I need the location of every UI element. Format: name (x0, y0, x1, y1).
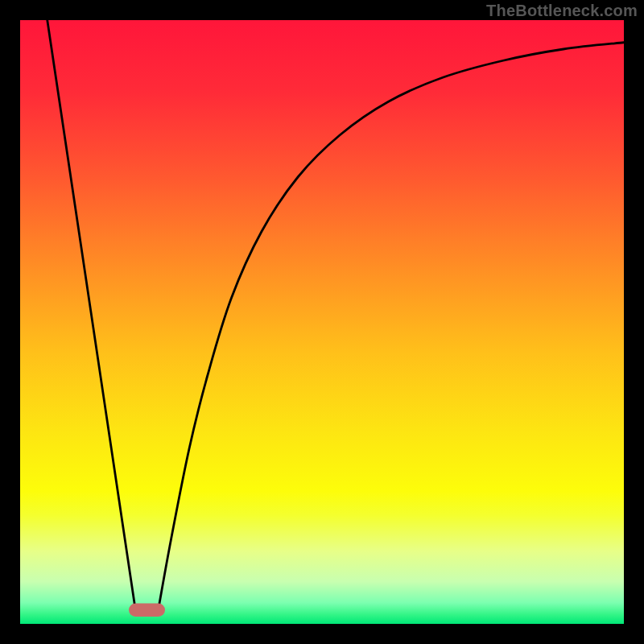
chart-container: TheBottleneck.com (0, 0, 644, 644)
plot-area (20, 20, 624, 624)
optimal-marker (129, 604, 165, 617)
watermark-label: TheBottleneck.com (486, 2, 638, 20)
chart-svg (20, 20, 624, 624)
marker-layer (129, 604, 165, 617)
gradient-background (20, 20, 624, 624)
